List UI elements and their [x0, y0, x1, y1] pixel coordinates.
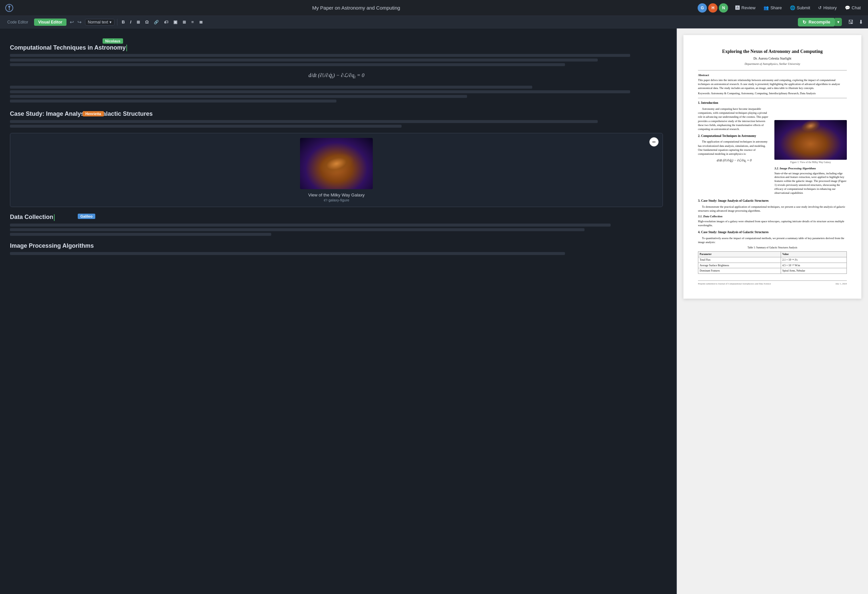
avatar-h: H [708, 3, 717, 13]
undo-redo-group: ↩ ↪ [68, 19, 83, 26]
bold-button[interactable]: B [120, 19, 126, 25]
history-button[interactable]: ↺ History [815, 4, 840, 12]
collab-label-henrietta: Henrietta [83, 111, 104, 116]
save-button[interactable]: 🖫 [846, 18, 855, 26]
paper-footer: Preprint submitted to Journal of Computa… [698, 280, 847, 285]
main-content: Computational Techniques in Astronomy Ni… [0, 28, 868, 594]
history-label: History [823, 5, 837, 10]
paper-fig-caption: Figure 1: View of the Milky Way Galaxy [774, 161, 847, 164]
paper-author: Dr. Aurora Celestia Starlight [698, 56, 847, 61]
two-col-intro: Astronomy and computing have become inse… [698, 107, 847, 196]
table-header-param: Parameter [698, 252, 781, 257]
section-3-heading: 3. Case Study: Image Analysis of Galacti… [698, 199, 847, 203]
table2-button[interactable]: ⊞ [181, 19, 187, 25]
table-cell: Dominant Features [698, 268, 781, 274]
section-4-heading: 4. Case Study: Image Analysis of Galacti… [698, 230, 847, 235]
figure-label-text: galaxy-figure [328, 198, 349, 202]
paper-table: Parameter Value Total Flux 2.1 × 10⁻²² J… [698, 251, 847, 274]
topbar: My Paper on Astronomy and Computing G H … [0, 0, 868, 16]
section-heading-computational: Computational Techniques in Astronomy [10, 44, 663, 51]
text-line [10, 90, 630, 93]
tag-icon: 🏷 [323, 198, 327, 202]
paper-divider-1 [698, 70, 847, 71]
section-computational: Computational Techniques in Astronomy Ni… [10, 44, 663, 103]
abstract-text: This paper delves into the intricate rel… [698, 78, 847, 90]
collab-label-galileo: Galileo [78, 214, 95, 219]
section-3-body: To demonstrate the practical application… [698, 205, 847, 213]
italic-button[interactable]: I [128, 19, 133, 25]
chat-icon: 💬 [845, 5, 850, 10]
paper-divider-2 [698, 98, 847, 98]
cursor-nicolaus [126, 45, 127, 51]
redo-button[interactable]: ↪ [76, 19, 83, 26]
collab-label-nicolaus: Nicolaus [103, 38, 123, 44]
table-cell: Average Surface Brightness [698, 262, 781, 268]
review-icon: 🅰 [735, 5, 740, 10]
paper-preview: Exploring the Nexus of Astronomy and Com… [683, 35, 861, 299]
section-casestudy: Case Study: Image Analysis of Galactic S… [10, 111, 663, 207]
avatar-n: N [719, 3, 728, 13]
paper-keywords: Keywords: Astronomy & Computing, Astrono… [698, 91, 847, 95]
recompile-button[interactable]: ↻ Recompile [798, 18, 835, 27]
share-icon: 👥 [763, 5, 769, 10]
text-line [10, 224, 611, 227]
code-editor-tab[interactable]: Code Editor [3, 19, 32, 26]
list-button[interactable]: ≡ [189, 19, 195, 25]
intro-body: Astronomy and computing have become inse… [698, 107, 771, 131]
top-actions: 🅰 Review 👥 Share 🌐 Submit ↺ History 💬 Ch… [732, 4, 864, 12]
table-cell: 2.1 × 10⁻²² J/s [781, 257, 847, 262]
image-label: 🏷 galaxy-figure [15, 198, 658, 202]
paper-galaxy-image [774, 120, 847, 160]
subsection-32-body: State-of-the-art image processing algori… [774, 172, 847, 195]
tag-button[interactable]: 🏷 [162, 19, 170, 25]
omega-button[interactable]: Ω [143, 19, 150, 25]
image-caption: View of the Milky Way Galaxy [15, 193, 658, 198]
undo-button[interactable]: ↩ [68, 19, 75, 26]
section-heading-casestudy: Case Study: Image Analysis of Galactic S… [10, 111, 663, 117]
text-line [10, 59, 598, 62]
subsection-31-body: High-resolution images of a galaxy were … [698, 220, 847, 227]
table-cell: 4.5 × 10⁻¹⁵ W/m [781, 262, 847, 268]
submit-button[interactable]: 🌐 Submit [787, 4, 813, 12]
text-line [10, 120, 598, 123]
chat-label: Chat [852, 5, 861, 10]
paper-affil: Department of Astrophysics, Stellar Univ… [698, 62, 847, 66]
submit-label: Submit [797, 5, 810, 10]
text-line [10, 228, 585, 231]
subsection-32-heading: 3.2. Image Processing Algorithms [774, 167, 847, 171]
table-cell: Total Flux [698, 257, 781, 262]
download-button[interactable]: ⬇ [857, 18, 865, 26]
image-button[interactable]: ▣ [172, 19, 179, 25]
section-intro-heading: 1. Introduction [698, 101, 847, 106]
share-button[interactable]: 👥 Share [760, 4, 785, 12]
recompile-label: Recompile [809, 19, 830, 25]
review-button[interactable]: 🅰 Review [732, 4, 759, 12]
table-cell: Spiral Arms, Nebulae [781, 268, 847, 274]
table-row: Dominant Features Spiral Arms, Nebulae [698, 268, 847, 274]
text-style-dropdown[interactable]: Normal text ▾ [85, 19, 114, 25]
ordered-list-button[interactable]: ≣ [198, 19, 204, 25]
doc-title: My Paper on Astronomy and Computing [19, 5, 694, 10]
editor-pane[interactable]: Computational Techniques in Astronomy Ni… [0, 28, 676, 594]
toolbar-right-actions: 🖫 ⬇ [846, 18, 865, 26]
recompile-icon: ↻ [803, 19, 806, 25]
chat-button[interactable]: 💬 Chat [841, 4, 864, 12]
image-edit-button[interactable]: ✏ [650, 137, 658, 146]
share-label: Share [771, 5, 782, 10]
user-avatars: G H N [698, 3, 728, 13]
text-line [10, 125, 402, 128]
table-row: Total Flux 2.1 × 10⁻²² J/s [698, 257, 847, 262]
text-line [10, 54, 630, 57]
chevron-down-icon: ▾ [109, 20, 111, 25]
table-caption: Table 1: Summary of Galactic Structures … [698, 246, 847, 250]
link-button[interactable]: 🔗 [152, 19, 161, 25]
section-heading-imageprocessing: Image Processing Algorithms [10, 242, 663, 249]
subsection-31-heading: 3.1. Data Collection [698, 214, 847, 219]
svg-point-1 [8, 6, 10, 7]
table-row: Average Surface Brightness 4.5 × 10⁻¹⁵ W… [698, 262, 847, 268]
footer-right: July 1, 2024 [836, 282, 847, 285]
visual-editor-tab[interactable]: Visual Editor [34, 19, 66, 26]
toolbar: Code Editor Visual Editor ↩ ↪ Normal tex… [0, 16, 868, 28]
table-button[interactable]: ⊞ [135, 19, 142, 25]
recompile-dropdown-button[interactable]: ▾ [835, 18, 842, 26]
